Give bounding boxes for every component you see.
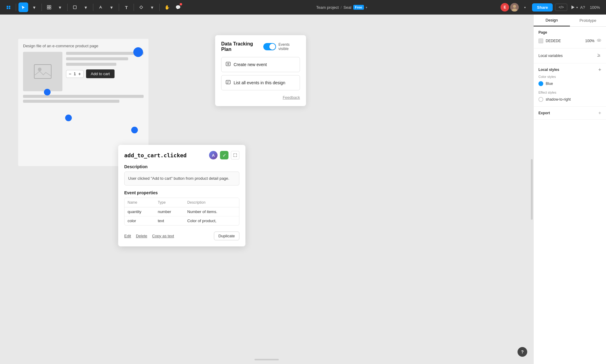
canvas[interactable]: Design file of an e-commerce product pag…: [0, 15, 533, 364]
feedback-link[interactable]: Feedback: [283, 95, 300, 100]
local-styles-section: Local styles + Color styles Blue Effect …: [534, 63, 606, 107]
toolbar-separator-1: [16, 4, 16, 11]
tab-design[interactable]: Design: [534, 15, 570, 26]
copy-as-text-button[interactable]: Copy as text: [152, 234, 174, 238]
page-opacity: 100%: [585, 39, 594, 43]
svg-point-14: [598, 40, 600, 41]
toolbar-separator-4: [93, 4, 93, 11]
feedback-container: Feedback: [221, 93, 300, 100]
zoom-indicator[interactable]: 100%: [588, 4, 602, 11]
comment-tool-button[interactable]: 💬: [173, 2, 183, 12]
list-events-label: List all events in this design: [234, 80, 285, 85]
page-section-header: Page: [538, 30, 601, 35]
file-dropdown-icon[interactable]: ▾: [366, 6, 367, 9]
event-description: User clicked "Add to cart" button from p…: [124, 172, 239, 185]
shape-tool-button[interactable]: [70, 2, 80, 12]
help-button[interactable]: ?: [518, 347, 527, 357]
event-actions: Edit Delete Copy as text Duplicate: [124, 230, 239, 240]
annotation-dot-comment-1[interactable]: [65, 115, 72, 121]
event-icon-amplitude[interactable]: A: [209, 151, 218, 159]
pen-tool-button[interactable]: [96, 2, 105, 12]
prop-cell-description: Color of product,: [184, 216, 239, 225]
local-variables-icon[interactable]: [596, 53, 601, 59]
prop-cell-type: number: [155, 207, 184, 216]
prop-cell-name: quantity: [125, 207, 155, 216]
annotation-dot-comment-2[interactable]: [131, 127, 138, 133]
svg-point-6: [513, 5, 516, 8]
toolbar: ▾ ▾ ▾ ▾ T: [0, 0, 606, 15]
avatar-photo: [510, 3, 519, 12]
export-add-icon[interactable]: +: [598, 110, 601, 116]
mockup-bottom-lines: [23, 95, 144, 103]
delete-button[interactable]: Delete: [136, 234, 147, 238]
menu-tool-button[interactable]: [4, 2, 13, 12]
svg-rect-9: [34, 65, 51, 78]
edit-button[interactable]: Edit: [124, 234, 131, 238]
mockup-image-box: [23, 52, 62, 91]
annotation-dot-top[interactable]: [133, 47, 143, 57]
frame-tool-button[interactable]: [44, 2, 54, 12]
color-styles-label: Color styles: [538, 75, 601, 78]
event-card: add_to_cart.clicked A ✓ Description User…: [118, 145, 245, 246]
hand-tool-button[interactable]: ✋: [162, 2, 172, 12]
component-dropdown[interactable]: ▾: [147, 2, 157, 12]
page-color-row: DEDEDE 100%: [538, 37, 601, 45]
event-expand-button[interactable]: [231, 151, 239, 159]
code-button[interactable]: </>: [555, 4, 567, 11]
share-button[interactable]: Share: [532, 3, 553, 12]
svg-rect-0: [47, 5, 49, 7]
list-events-button[interactable]: List all events in this design: [221, 75, 300, 90]
toolbar-left: ▾ ▾ ▾ ▾ T: [4, 2, 183, 12]
a-plus-button[interactable]: A?: [580, 5, 585, 10]
select-dropdown[interactable]: ▾: [29, 2, 39, 12]
frame-dropdown[interactable]: ▾: [55, 2, 65, 12]
table-row: colortextColor of product,: [125, 216, 239, 225]
shape-dropdown[interactable]: ▾: [81, 2, 91, 12]
pen-dropdown[interactable]: ▾: [107, 2, 116, 12]
create-event-button[interactable]: Create new event: [221, 57, 300, 72]
events-toggle[interactable]: [263, 43, 276, 50]
local-styles-add-icon[interactable]: +: [598, 67, 601, 72]
color-style-blue[interactable]: Blue: [538, 80, 601, 87]
svg-rect-1: [49, 5, 51, 7]
toggle-knob: [269, 44, 275, 50]
page-color-swatch[interactable]: [538, 38, 543, 43]
bottom-scroll-handle[interactable]: [255, 359, 279, 360]
create-event-label: Create new event: [234, 62, 267, 67]
effect-style-shadow[interactable]: shadow-to-right: [538, 96, 601, 103]
duplicate-button[interactable]: Duplicate: [214, 232, 239, 240]
export-label: Export: [538, 111, 550, 115]
text-tool-button[interactable]: T: [122, 2, 131, 12]
canvas-scrollbar[interactable]: [531, 159, 533, 220]
play-button[interactable]: ▾: [570, 4, 578, 10]
col-desc-header: Description: [184, 198, 239, 207]
toolbar-separator-2: [42, 4, 42, 11]
mockup-bottom-line-1: [23, 95, 144, 98]
add-to-cart-button[interactable]: Add to cart: [86, 69, 115, 78]
annotation-dot-left[interactable]: [44, 89, 51, 95]
event-header-icons: A ✓: [209, 151, 239, 159]
avatar-dropdown[interactable]: ▾: [520, 2, 530, 12]
project-name[interactable]: Team project: [316, 5, 339, 10]
prop-cell-type: text: [155, 216, 184, 225]
list-events-icon: [226, 80, 231, 86]
svg-point-10: [38, 68, 42, 71]
local-variables-section: Local variables: [534, 48, 606, 63]
image-placeholder-icon: [34, 64, 52, 79]
page-section: Page DEDEDE 100%: [534, 27, 606, 48]
page-visibility-icon[interactable]: [597, 38, 601, 43]
tracking-title: Data Tracking Plan: [221, 41, 263, 52]
tab-prototype[interactable]: Prototype: [570, 15, 606, 26]
file-name[interactable]: Seal: [344, 5, 351, 10]
toggle-container: Events visible: [263, 42, 300, 51]
select-tool-button[interactable]: [18, 2, 28, 12]
event-icon-verified: ✓: [220, 151, 228, 159]
local-styles-label: Local styles: [538, 68, 559, 72]
mockup-content: − 1 + Add to cart: [66, 52, 144, 91]
mockup-line-3: [66, 63, 116, 66]
col-type-header: Type: [155, 198, 184, 207]
component-tool-button[interactable]: [136, 2, 146, 12]
quantity-decrease[interactable]: −: [69, 72, 71, 76]
quantity-increase[interactable]: +: [78, 72, 81, 76]
properties-label: Event properties: [124, 190, 239, 195]
